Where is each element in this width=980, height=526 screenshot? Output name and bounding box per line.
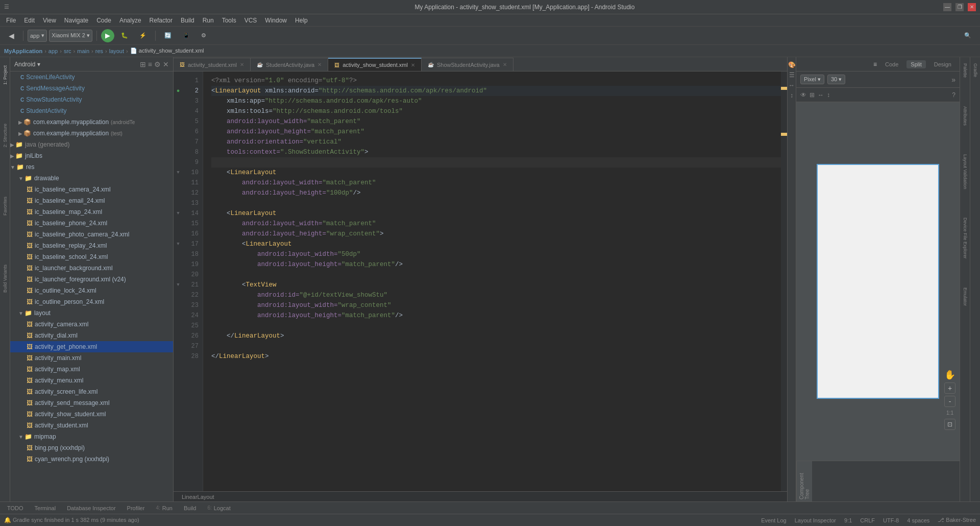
pixel-dropdown[interactable]: Pixel ▾ [800, 75, 824, 84]
api-dropdown[interactable]: 30 ▾ [827, 75, 845, 84]
bc-myapplication[interactable]: MyApplication [4, 48, 42, 54]
menu-analyze[interactable]: Analyze [115, 16, 145, 25]
tree-item-person-xml[interactable]: 🖼 ic_outline_person_24.xml [10, 296, 173, 307]
event-log-btn[interactable]: Event Log [761, 517, 787, 523]
close-button[interactable]: ✕ [968, 3, 976, 11]
tree-item-pkg2[interactable]: ▶ 📦 com.example.myapplication (test) [10, 128, 173, 139]
gradle-tab[interactable]: Gradle [972, 59, 979, 81]
tab-split-btn[interactable]: Split [906, 60, 925, 68]
bc-file[interactable]: 📄 activity_show_student.xml [130, 47, 204, 54]
tree-item-screenlife[interactable]: C ScreenLifeActivity [10, 71, 173, 83]
menu-refactor[interactable]: Refactor [145, 16, 177, 25]
zoom-icon[interactable]: ↕ [790, 92, 793, 99]
tree-item-lock-xml[interactable]: 🖼 ic_outline_lock_24.xml [10, 285, 173, 296]
tree-item-camera-xml[interactable]: 🖼 ic_baseline_camera_24.xml [10, 184, 173, 195]
back-button[interactable]: ◀ [4, 29, 19, 42]
close-tab-show-student[interactable]: ✕ [411, 62, 415, 68]
expand-icon[interactable]: » [951, 76, 955, 84]
palette-side-tab[interactable]: Palette [962, 59, 969, 82]
indent-info[interactable]: 4 spaces [907, 517, 929, 523]
menu-run[interactable]: Run [199, 16, 218, 25]
tab-profiler[interactable]: Profiler [122, 503, 150, 514]
tree-item-screen-life[interactable]: 🖼 activity_screen_life.xml [10, 386, 173, 397]
eye-icon[interactable]: 👁 [800, 91, 806, 99]
tree-item-show-student[interactable]: 🖼 activity_show_student.xml [10, 409, 173, 420]
structure-icon[interactable]: ☰ [789, 71, 795, 79]
search-button[interactable]: 🔍 [960, 29, 976, 42]
tree-item-main[interactable]: 🖼 activity_main.xml [10, 352, 173, 364]
menu-window[interactable]: Window [261, 16, 291, 25]
bc-res[interactable]: res [95, 48, 103, 54]
tree-item-mipmap[interactable]: ▼ 📁 mipmap [10, 431, 173, 442]
tree-item-pkg1[interactable]: ▶ 📦 com.example.myapplication (androidTe [10, 116, 173, 128]
git-branch[interactable]: ⎇ Baker-Stree [938, 517, 976, 523]
tree-item-drawable[interactable]: ▼ 📁 drawable [10, 173, 173, 184]
sync-button[interactable]: 🔄 [160, 29, 176, 42]
tree-item-launcher-bg[interactable]: 🖼 ic_launcher_background.xml [10, 262, 173, 274]
window-controls[interactable]: — ❐ ✕ [943, 3, 976, 11]
tab-database-inspector[interactable]: Database Inspector [62, 503, 120, 514]
tree-item-replay-xml[interactable]: 🖼 ic_baseline_replay_24.xml [10, 240, 173, 251]
tab-activity-student[interactable]: 🖼 activity_student.xml ✕ [174, 58, 251, 71]
tab-run[interactable]: 4: Run [151, 503, 178, 514]
tree-item-get-phone[interactable]: 🖼 activity_get_phone.xml [10, 341, 173, 352]
tab-design-btn[interactable]: Design [930, 60, 955, 68]
tree-item-school-xml[interactable]: 🖼 ic_baseline_school_24.xml [10, 251, 173, 262]
tree-item-map-xml[interactable]: 🖼 ic_baseline_map_24.xml [10, 206, 173, 218]
run-button[interactable]: ▶ [101, 29, 114, 42]
code-editor[interactable]: ● ▼ ▼ ▼ ▼ [174, 71, 787, 491]
bc-app[interactable]: app [48, 48, 58, 54]
tab-show-student-java[interactable]: ☕ ShowStudentActivity.java ✕ [422, 58, 513, 71]
menu-edit[interactable]: Edit [20, 16, 39, 25]
project-tab[interactable]: 1: Project [2, 61, 9, 89]
bc-main[interactable]: main [77, 48, 89, 54]
tree-item-layout[interactable]: ▼ 📁 layout [10, 307, 173, 319]
device-dropdown[interactable]: Xiaomi MIX 2 ▾ [49, 30, 92, 42]
close-tab-show-student-java[interactable]: ✕ [503, 62, 507, 67]
tree-item-showstudent[interactable]: C ShowStudentActivity [10, 94, 173, 105]
tree-item-res[interactable]: ▼ 📁 res [10, 161, 173, 173]
sdk-button[interactable]: ⚙ [197, 29, 211, 42]
device-file-explorer-tab[interactable]: Device File Explorer [962, 213, 969, 263]
encoding[interactable]: UTF-8 [883, 517, 899, 523]
favorites-tab[interactable]: Favorites [2, 193, 9, 220]
close-tab-activity-student[interactable]: ✕ [240, 62, 244, 67]
zoom-fit-button[interactable]: ⊡ [944, 419, 955, 430]
tree-item-cyan-wrench[interactable]: 🖼 cyan_wrench.png (xxxhdpi) [10, 453, 173, 465]
horiz-icon[interactable]: ↔ [818, 91, 824, 99]
tree-item-send-message[interactable]: 🖼 activity_send_message.xml [10, 397, 173, 409]
pan-icon[interactable]: ↔ [789, 82, 795, 89]
structure-tab[interactable]: 2: Structure [2, 119, 9, 152]
layout-validation-tab[interactable]: Layout Validation [962, 150, 969, 193]
settings-icon[interactable]: ⚙ [154, 60, 161, 68]
tab-code-btn[interactable]: Code [881, 60, 902, 68]
tree-item-student[interactable]: 🖼 activity_student.xml [10, 420, 173, 431]
tree-item-phone-xml[interactable]: 🖼 ic_baseline_phone_24.xml [10, 218, 173, 229]
tree-item-java-gen[interactable]: ▶ 📁 java (generated) [10, 139, 173, 150]
bc-src[interactable]: src [64, 48, 71, 54]
tree-item-photo-xml[interactable]: 🖼 ic_baseline_photo_camera_24.xml [10, 229, 173, 240]
tree-item-map[interactable]: 🖼 activity_map.xml [10, 364, 173, 375]
zoom-reset-button[interactable]: 1:1 [945, 409, 954, 417]
menu-navigate[interactable]: Navigate [60, 16, 92, 25]
build-variants-tab[interactable]: Build Variants [2, 260, 9, 297]
tab-todo[interactable]: TODO [2, 503, 29, 514]
tree-item-camera[interactable]: 🖼 activity_camera.xml [10, 319, 173, 330]
tree-item-dial[interactable]: 🖼 activity_dial.xml [10, 330, 173, 341]
tab-terminal[interactable]: Terminal [30, 503, 61, 514]
tree-item-email-xml[interactable]: 🖼 ic_baseline_email_24.xml [10, 195, 173, 206]
menu-view[interactable]: View [39, 16, 60, 25]
tree-item-studentactivity[interactable]: C StudentActivity [10, 105, 173, 116]
bc-layout[interactable]: layout [109, 48, 124, 54]
debug-button[interactable]: 🐛 [116, 29, 133, 42]
close-tab-student-java[interactable]: ✕ [317, 62, 322, 67]
tab-show-student-xml[interactable]: 🖼 activity_show_student.xml ✕ [328, 58, 422, 71]
vert-icon[interactable]: ↕ [827, 91, 830, 99]
menu-file[interactable]: File [2, 16, 20, 25]
hand-icon[interactable]: ✋ [944, 369, 955, 380]
sync-icon[interactable]: ⊞ [140, 60, 146, 68]
zoom-out-button[interactable]: - [944, 396, 955, 407]
minimize-button[interactable]: — [943, 3, 951, 11]
help-icon[interactable]: ? [952, 91, 955, 99]
close-panel-icon[interactable]: ✕ [163, 60, 169, 68]
